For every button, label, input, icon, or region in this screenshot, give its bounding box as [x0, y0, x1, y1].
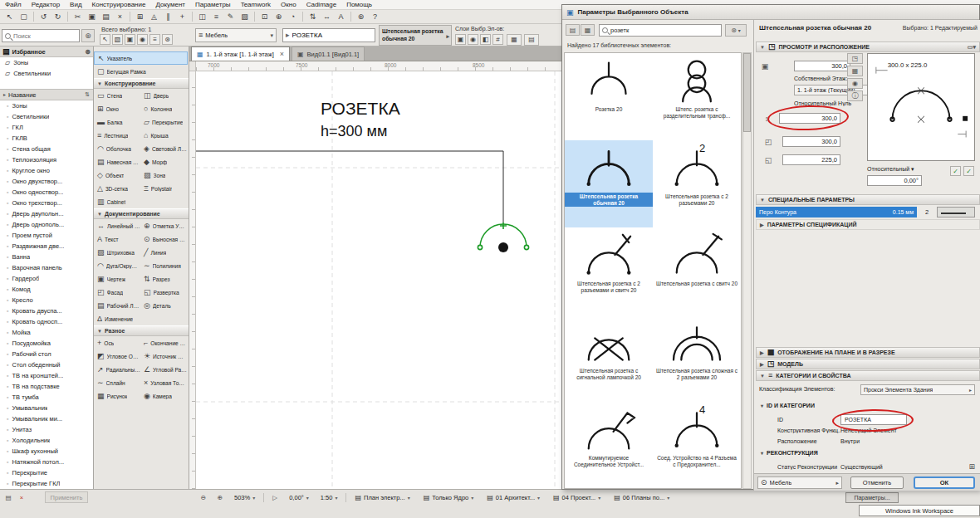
tree-item[interactable]: ▫Умывальник — [0, 403, 93, 413]
eye-button[interactable]: ◉ — [137, 34, 148, 45]
tool-label[interactable]: ⊙Выносная Над... — [140, 232, 187, 246]
element-id-field[interactable]: ▸ — [282, 28, 375, 42]
apply-button[interactable]: Применить — [45, 491, 88, 503]
top-elevation-field[interactable]: 300,0 — [794, 61, 850, 71]
library-options-button[interactable]: ⊛▾ — [725, 24, 747, 37]
tree-item[interactable]: ▫Перекрытие — [0, 467, 93, 478]
pens-button[interactable]: ✎ — [223, 11, 238, 22]
scrollbar-thumb[interactable] — [743, 53, 751, 132]
socket-symbol-selected[interactable] — [478, 222, 528, 252]
zoom-level-combo[interactable]: 503%▾ — [231, 492, 258, 504]
tree-item[interactable]: ▫Круглое окно — [0, 165, 93, 176]
tool-skylight[interactable]: ◈Световой Люк — [140, 142, 187, 155]
tool-wall-end[interactable]: ⌐Окончание Ст... — [140, 336, 187, 349]
tool-column[interactable]: ○Колонна — [140, 102, 187, 115]
tool-fill[interactable]: ▨Штриховка — [94, 246, 140, 259]
cut-button[interactable]: ✂ — [71, 11, 85, 22]
library-item[interactable]: Штепсельная розетка с сигнальной лампочк… — [565, 315, 653, 402]
angle-field[interactable]: 0,00° — [867, 175, 922, 186]
paste-button[interactable]: ▤ — [99, 11, 113, 22]
property-row[interactable]: IDРОЗЕТКА — [761, 414, 975, 425]
info-icon[interactable]: ⓘ — [847, 90, 863, 101]
pen-parameter-label[interactable]: Перо Контура — [756, 207, 839, 217]
menu-item[interactable]: Окно — [276, 0, 301, 10]
close-icon[interactable]: × — [280, 50, 284, 58]
tree-item[interactable]: ▫Ванна — [0, 252, 93, 262]
tree-item[interactable]: ▫Перекрытие ГКЛ — [0, 478, 93, 489]
floor-plan-canvas[interactable]: РОЗЕТКА h=300 мм — [196, 71, 561, 489]
tool-hotspot[interactable]: ×Узловая Точка — [140, 376, 187, 389]
section-view-button[interactable]: ⇅ — [306, 11, 320, 22]
menu-item[interactable]: Помощь — [341, 0, 377, 10]
table-icon[interactable]: ⊞ — [968, 463, 975, 471]
grid-button[interactable]: ⊞ — [133, 11, 147, 22]
tool-worksheet[interactable]: ▤Рабочий Лист — [94, 299, 140, 312]
tree-item[interactable]: ▫Гардероб — [0, 273, 93, 284]
library-item[interactable]: 4Соед. Устройство на 4 Разъема с Предохр… — [653, 402, 741, 489]
menu-item[interactable]: Вид — [65, 0, 86, 10]
vertical-ruler[interactable] — [189, 71, 196, 489]
pointer-button[interactable]: ↖ — [2, 11, 17, 22]
menu-item[interactable]: Файл — [0, 0, 27, 10]
tree-item[interactable]: ▫Посудомойка — [0, 338, 93, 349]
cancel-button[interactable]: Отменить — [850, 476, 904, 489]
tool-wall[interactable]: ▭Стена — [94, 89, 140, 102]
tool-spline[interactable]: ∼Сплайн — [94, 376, 140, 389]
undo-button[interactable]: ↺ — [37, 11, 51, 22]
layers-button[interactable]: ≡ — [149, 34, 160, 45]
tool-interior-elevation[interactable]: ◱Развертка — [140, 286, 187, 299]
gear-icon[interactable]: ⊛ — [85, 48, 91, 56]
section-model[interactable]: ▶ ◳ МОДЕЛЬ — [756, 359, 980, 369]
mirror-check-icon[interactable]: ✓ — [950, 166, 961, 176]
favorites-header[interactable]: ▤ Избранное ⊛ — [0, 46, 93, 57]
tool-curtain-wall[interactable]: ▤Навесная Стена — [94, 155, 140, 169]
favorite-folder[interactable]: ▱Зоны — [0, 57, 93, 68]
size-b-field[interactable]: 225,0 — [782, 154, 840, 165]
renovation-subheader[interactable]: ▾ РЕКОНСТРУКЦИЯ — [761, 450, 818, 456]
tool-roof[interactable]: ⌂Крыша — [140, 129, 187, 142]
text-tool-button[interactable]: A — [334, 11, 348, 22]
solid-view-button[interactable]: ◧ — [480, 34, 491, 45]
tree-item[interactable]: ▫Дверь двупольн... — [0, 208, 93, 219]
tool-arc[interactable]: ◠Дуга/Окружно... — [94, 259, 140, 272]
thumb-view-button[interactable]: ▦ — [507, 34, 522, 46]
orbit-button[interactable]: ◔ — [286, 11, 300, 22]
annotation-text-line1[interactable]: РОЗЕТКА — [321, 99, 400, 118]
tool-line[interactable]: ╱Линия — [140, 246, 187, 259]
tool-corner-window[interactable]: ◩Угловое Окно — [94, 349, 140, 363]
tree-item[interactable]: ▫Умывальник ми... — [0, 413, 93, 424]
orientation-icon[interactable]: ▷ — [269, 492, 281, 503]
tree-item[interactable]: ▫Проем пустой — [0, 230, 93, 241]
tool-drawing[interactable]: ▣Чертеж — [94, 272, 140, 286]
library-item[interactable]: Штепсельная розетка сложная с 2 разъемам… — [653, 315, 741, 402]
eye-button[interactable]: ◉ — [468, 34, 478, 45]
menu-item[interactable]: Teamwork — [236, 0, 276, 10]
tree-item[interactable]: ▫Унитаз — [0, 424, 93, 435]
tool-pointer[interactable]: ↖Указатель — [94, 51, 188, 65]
annotation-text-line2[interactable]: h=300 мм — [321, 123, 387, 139]
status-combo[interactable]: ▤Только Ядро▾ — [420, 492, 478, 504]
magnet-button[interactable]: ◬ — [147, 11, 161, 22]
library-search[interactable] — [599, 24, 722, 37]
section-specification-parameters[interactable]: ▶ ПАРАМЕТРЫ СПЕЦИФИКАЦИЙ — [756, 219, 980, 230]
section-categories[interactable]: ▼ ≡ КАТЕГОРИИ И СВОЙСТВА — [756, 370, 980, 381]
tree-item[interactable]: ▫Стол обеденный — [0, 359, 93, 370]
status-combo[interactable]: ▤План электр...▾ — [351, 492, 413, 504]
layer-combo[interactable]: ⊙ Мебель ▸ — [757, 476, 842, 489]
settings-button[interactable]: ⊛ — [162, 34, 173, 45]
thumbnail-view-icon[interactable]: ▦ — [581, 24, 595, 36]
layers-button[interactable]: ≡ — [209, 11, 223, 22]
scrollbar[interactable] — [742, 52, 752, 489]
pen-preview[interactable] — [937, 207, 975, 217]
pointer-button[interactable]: ↖ — [100, 34, 110, 45]
tree-item[interactable]: ▫Зоны — [0, 100, 93, 111]
tree-item[interactable]: ▫Комод — [0, 284, 93, 295]
tree-item[interactable]: ▫Окно одноствор... — [0, 187, 93, 198]
toolbox-section-header[interactable]: ▼Конструирование — [94, 78, 189, 89]
tool-marquee[interactable]: ▢Бегущая Рамка — [94, 65, 188, 78]
tree-item[interactable]: ▫Раздвижная две... — [0, 241, 93, 252]
tool-elevation-view[interactable]: ◰Фасад — [94, 286, 140, 299]
gear-icon[interactable]: ⊛ — [81, 29, 95, 42]
flip-check-icon[interactable]: ✓ — [963, 166, 974, 176]
object-info-box[interactable]: Штепсельная розетка обычная 20 ▸ — [379, 25, 452, 46]
